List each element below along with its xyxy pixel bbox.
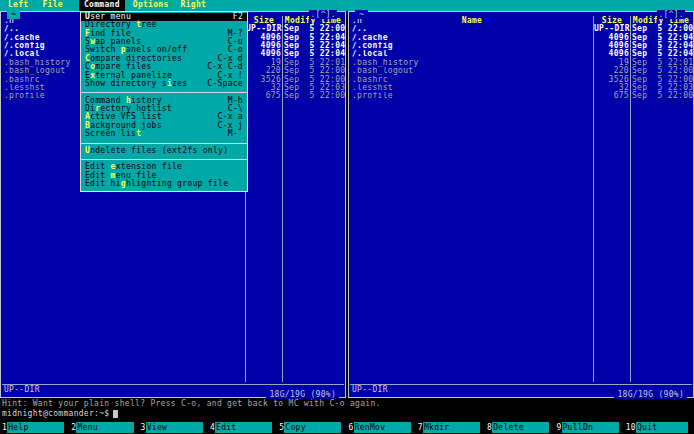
function-key-bar: 1 Help 2 Menu 3 View 4 Edit 5 Copy [0, 420, 694, 434]
column-divider [630, 16, 631, 382]
menu-item[interactable]: Show directory sizes C-Space [81, 80, 247, 88]
function-key-label: Help [7, 422, 64, 433]
command-menu-dropdown: User menu F2 Directory tree Find file M-… [80, 11, 248, 192]
file-name: /.config [350, 42, 594, 50]
menu-item-hotkey: t [136, 130, 141, 138]
menu-item[interactable]: Edit highlighting group file [81, 180, 247, 188]
menu-item-shortcut: F2 [233, 13, 243, 21]
file-mtime: Sep 5 22:00 [282, 92, 344, 100]
panel-up-icon[interactable]: .[^]. [309, 10, 337, 19]
ministatus: UP--DIR [4, 386, 40, 394]
column-header-name[interactable]: Name [462, 16, 482, 25]
file-mtime: Sep 5 22:00 [630, 92, 692, 100]
file-name: .bashrc [350, 76, 594, 84]
file-name: /.local [350, 50, 594, 58]
hint-line: Hint: Want your plain shell? Press C-o, … [2, 399, 381, 409]
file-size: 675 [246, 92, 282, 100]
menu-item-label: Show directory s [85, 80, 167, 88]
function-key-number: 10 [625, 422, 636, 433]
menu-item-shortcut: C-Space [207, 80, 243, 88]
menubar-item[interactable]: Command [79, 0, 125, 11]
file-name: .bash_history [350, 59, 594, 67]
function-key-label: Copy [284, 422, 341, 433]
function-key-label: Menu [76, 422, 133, 433]
menu-item-label: hlighting group file [126, 180, 228, 188]
file-name: .lesshst [350, 84, 594, 92]
command-line[interactable]: midnight@commander:~$ [2, 409, 118, 419]
function-key-label: Edit [215, 422, 272, 433]
menubar-item[interactable]: File [37, 0, 67, 11]
mc-screen: Left File Command Options Right ~ .[^]. … [0, 0, 694, 434]
column-divider [593, 16, 594, 382]
function-key-button[interactable]: 10 Quit [625, 422, 694, 433]
ministatus: UP--DIR [352, 386, 388, 394]
function-key-button[interactable]: 4 Edit [209, 422, 278, 433]
ministatus-divider [2, 384, 344, 385]
column-divider [282, 16, 283, 382]
function-key-label: PullDn [562, 422, 619, 433]
menu-item-label: Edit hi [85, 180, 121, 188]
function-key-button[interactable]: 3 View [140, 422, 209, 433]
function-key-button[interactable]: 9 PullDn [555, 422, 624, 433]
panel-up-icon[interactable]: .[^]. [657, 10, 685, 19]
right-panel-path[interactable]: ~ [355, 10, 368, 19]
file-row[interactable]: .profile 675 Sep 5 22:00 [350, 92, 692, 100]
function-key-button[interactable]: 8 Delete [486, 422, 555, 433]
file-list: /.. UP--DIR Sep 5 22:00 /.cache 4096 Sep… [350, 25, 692, 100]
menu-bar: Left File Command Options Right [0, 0, 694, 11]
ministatus-divider [350, 384, 692, 385]
file-name: .profile [350, 92, 594, 100]
menu-item-shortcut: M-` [228, 130, 243, 138]
shell-prompt: midnight@commander:~$ [2, 410, 109, 418]
name-column-header-cell: .nName [350, 17, 594, 25]
function-key-button[interactable]: 6 RenMov [347, 422, 416, 433]
free-space-label: 18G/19G (90%) [614, 390, 687, 399]
function-key-label: Quit [636, 422, 688, 433]
text-cursor [113, 410, 118, 418]
function-key-button[interactable]: 5 Copy [278, 422, 347, 433]
menu-item-label: ndelete files (ext2fs only) [90, 147, 228, 155]
file-name: .bash_logout [350, 67, 594, 75]
function-key-button[interactable]: 2 Menu [70, 422, 139, 433]
menu-item-label: zes [172, 80, 187, 88]
left-panel-path[interactable]: ~ [7, 10, 20, 19]
menubar-item[interactable]: Right [176, 0, 212, 11]
file-size: 675 [594, 92, 630, 100]
function-key-button[interactable]: 7 Mkdir [417, 422, 486, 433]
file-name: /.. [350, 25, 594, 33]
function-key-label: Delete [492, 422, 549, 433]
right-panel: ~ .[^]. .nName Size Modify time /.. UP--… [348, 11, 694, 398]
menu-item-label: ree [141, 21, 156, 29]
function-key-label: RenMov [354, 422, 411, 433]
menu-item-label: Screen lis [85, 130, 136, 138]
menu-item[interactable]: Screen list M-` [81, 130, 247, 138]
menu-item[interactable]: Undelete files (ext2fs only) [81, 147, 247, 155]
menubar-item[interactable]: Options [128, 0, 174, 11]
function-key-label: View [146, 422, 203, 433]
function-key-button[interactable]: 1 Help [1, 422, 70, 433]
function-key-label: Mkdir [423, 422, 480, 433]
free-space-label: 18G/19G (90%) [266, 390, 339, 399]
file-name: /.cache [350, 34, 594, 42]
